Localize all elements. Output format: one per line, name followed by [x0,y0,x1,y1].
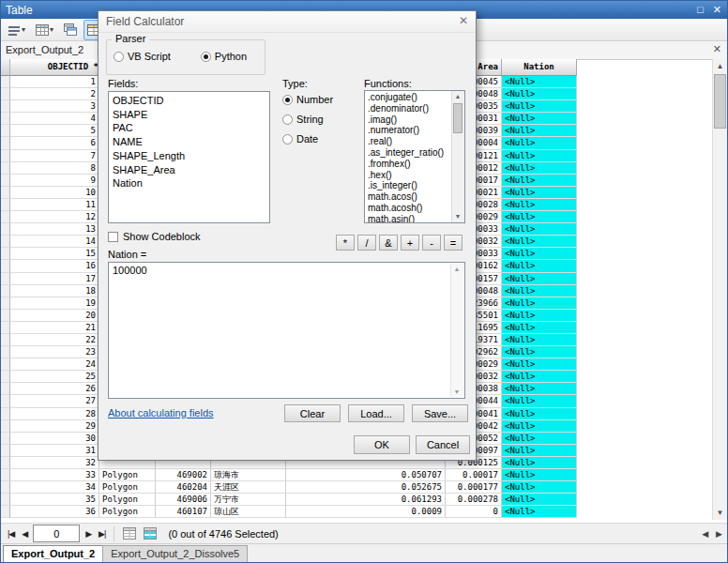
row-selector[interactable] [1,297,10,310]
table-row[interactable]: 34Polygon460204天涯区0.0526750.000177<Null> [1,481,577,494]
operator-button[interactable]: + [401,235,419,251]
load-button[interactable]: Load... [348,404,404,422]
field-item[interactable]: SHAPE_Area [109,163,269,177]
header-objectid[interactable]: OBJECTID * [10,59,99,76]
function-item[interactable]: .imag() [365,114,452,126]
move-next-button[interactable]: ▶ [83,529,93,539]
field-item[interactable]: NAME [109,135,269,149]
scrollbar-thumb[interactable] [714,74,726,129]
scroll-down-icon[interactable]: ▼ [713,506,727,520]
scroll-up-icon[interactable]: ▲ [451,264,463,274]
dialog-titlebar[interactable]: Field Calculator ✕ [99,11,476,33]
row-selector[interactable] [1,420,10,433]
table-row[interactable]: 33Polygon469002琼海市0.0507070.00017<Null> [1,469,577,481]
row-selector[interactable] [1,346,10,358]
row-selector[interactable] [1,310,10,322]
move-last-button[interactable]: ▶| [97,529,107,539]
clear-button[interactable]: Clear [284,404,341,422]
row-selector[interactable] [1,469,10,481]
field-item[interactable]: OBJECTID [109,94,269,108]
row-selector[interactable] [1,260,10,272]
row-selector[interactable] [1,187,10,199]
field-item[interactable]: SHAPE [109,108,269,122]
function-item[interactable]: .real() [365,136,452,147]
function-item[interactable]: math.acosh() [365,203,452,214]
row-selector[interactable] [1,285,10,297]
row-selector[interactable] [1,211,10,223]
functions-list[interactable]: .conjugate().denominator().imag().numera… [364,90,465,223]
select-related-button[interactable] [60,20,81,40]
row-selector[interactable] [1,150,10,162]
operator-button[interactable]: * [336,235,355,251]
row-selector[interactable] [1,125,10,137]
row-selector[interactable] [1,506,10,518]
move-previous-button[interactable]: ◀ [20,529,29,539]
row-selector[interactable] [1,137,10,149]
show-selected-records-button[interactable] [142,525,159,541]
scroll-down-icon[interactable]: ▼ [452,211,463,222]
row-selector[interactable] [1,358,10,371]
parser-option[interactable]: Python [201,51,247,62]
header-nation[interactable]: Nation [502,59,577,76]
operator-button[interactable]: / [357,235,376,251]
fields-list[interactable]: OBJECTIDSHAPEPACNAMESHAPE_LengthSHAPE_Ar… [108,91,270,223]
row-selector[interactable] [1,408,10,420]
row-selector[interactable] [1,273,10,285]
type-option[interactable]: Number [282,94,333,105]
save-button[interactable]: Save... [412,404,468,422]
scrollbar-thumb[interactable] [453,103,463,133]
row-selector[interactable] [1,223,10,236]
function-item[interactable]: .numerator() [365,125,452,136]
scroll-down-icon[interactable]: ▼ [451,387,463,397]
show-all-records-button[interactable] [121,525,138,541]
row-selector[interactable] [1,445,10,457]
show-codeblock-checkbox[interactable]: Show Codeblock [108,231,201,242]
close-icon[interactable]: ✕ [713,4,721,16]
table-row[interactable]: 35Polygon469006万宁市0.0612930.000278<Null> [1,494,577,506]
operator-button[interactable]: - [422,235,441,251]
row-selector[interactable] [1,494,10,506]
about-calculating-fields-link[interactable]: About calculating fields [108,407,214,418]
row-selector[interactable] [1,383,10,395]
type-option[interactable]: Date [282,133,333,145]
row-selector[interactable] [1,371,10,383]
scroll-up-icon[interactable]: ▲ [713,59,727,73]
move-first-button[interactable]: |◀ [6,529,16,539]
table-vertical-scrollbar[interactable]: ▲ ▼ [712,59,727,520]
row-selector[interactable] [1,433,10,445]
field-item[interactable]: SHAPE_Length [109,149,269,163]
row-selector[interactable] [1,88,10,100]
table-options-button[interactable]: ▾ [4,20,29,40]
row-selector[interactable] [1,236,10,248]
field-item[interactable]: PAC [109,121,269,135]
function-item[interactable]: math.acos() [365,191,452,203]
bottom-tab[interactable]: Export_Output_2_Dissolve5 [102,545,248,563]
scroll-left-icon[interactable]: ◀ [702,529,708,539]
row-selector[interactable] [1,113,10,125]
ok-button[interactable]: OK [354,435,410,454]
row-selector[interactable] [1,395,10,407]
row-selector[interactable] [1,457,10,469]
table-row[interactable]: 36Polygon460107琼山区0.00090<Null> [1,506,577,518]
function-item[interactable]: .conjugate() [365,92,452,103]
function-item[interactable]: .as_integer_ratio() [365,147,452,159]
row-selector[interactable] [1,322,10,334]
cancel-button[interactable]: Cancel [416,435,470,454]
bottom-tab[interactable]: Export_Output_2 [3,545,103,563]
expression-input[interactable]: 100000 ▲ ▼ [108,262,465,399]
operator-button[interactable]: & [379,235,398,251]
row-selector[interactable] [1,76,10,88]
expression-scrollbar[interactable]: ▲ ▼ [450,264,463,397]
related-tables-button[interactable]: ▾ [32,20,57,40]
row-selector[interactable] [1,248,10,260]
function-item[interactable]: math.asin() [365,214,452,222]
row-selector[interactable] [1,175,10,187]
record-number-input[interactable] [33,525,80,542]
tab-close-icon[interactable]: ✕ [713,43,721,55]
function-item[interactable]: .fromhex() [365,159,452,170]
row-selector[interactable] [1,100,10,113]
parser-option[interactable]: VB Script [114,51,171,62]
operator-button[interactable]: = [444,235,463,251]
row-selector[interactable] [1,334,10,346]
functions-scrollbar[interactable]: ▲ ▼ [451,91,464,222]
